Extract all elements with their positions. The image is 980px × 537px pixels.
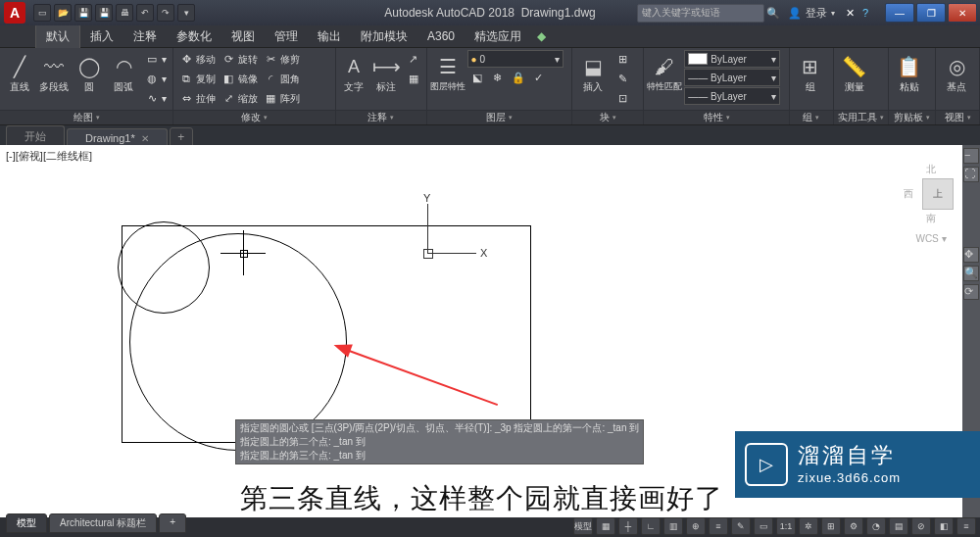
exchange-icon[interactable]: ✕ xyxy=(843,6,857,20)
tab-a360[interactable]: A360 xyxy=(417,26,465,46)
attr-block-button[interactable]: ⊡ xyxy=(612,89,632,108)
status-annoscale-icon[interactable]: ✲ xyxy=(799,517,818,535)
layout-add-tab[interactable]: + xyxy=(159,513,186,533)
minimize-button[interactable]: — xyxy=(885,3,914,23)
tab-default[interactable]: 默认 xyxy=(35,24,80,48)
line-button[interactable]: ╱直线 xyxy=(3,50,36,92)
login-button[interactable]: 👤 登录 ▾ xyxy=(788,6,835,21)
model-tab[interactable]: 模型 xyxy=(6,513,47,533)
status-scale[interactable]: 1:1 xyxy=(776,517,796,535)
layer-dropdown[interactable]: ● 0▾ xyxy=(467,50,564,68)
nav-orbit-icon[interactable]: ⟳ xyxy=(963,284,979,300)
close-button[interactable]: ✕ xyxy=(948,3,977,23)
spline-button[interactable]: ∿▾ xyxy=(142,89,170,108)
layout-tab-arch[interactable]: Architectural 标题栏 xyxy=(49,513,157,533)
redo-icon[interactable]: ↷ xyxy=(157,4,174,22)
dimension-button[interactable]: ⟼标注 xyxy=(371,50,402,92)
tab-manage[interactable]: 管理 xyxy=(265,25,308,48)
paste-button[interactable]: 📋粘贴 xyxy=(892,50,927,92)
panel-title-props[interactable]: 特性 xyxy=(644,110,789,124)
match-props-button[interactable]: 🖌特性匹配 xyxy=(647,50,682,92)
table-button[interactable]: ▦ xyxy=(404,70,423,88)
qat-more-icon[interactable]: ▾ xyxy=(177,4,195,22)
status-custom-icon[interactable]: ≡ xyxy=(956,517,976,535)
nav-pan-icon[interactable]: ✥ xyxy=(963,247,979,263)
group-button[interactable]: ⊞组 xyxy=(793,50,828,92)
insert-block-button[interactable]: ⬓插入 xyxy=(575,50,611,92)
new-tab-button[interactable]: + xyxy=(170,127,193,147)
tab-extra-icon[interactable]: ◆ xyxy=(531,26,552,46)
wcs-dropdown[interactable]: WCS ▾ xyxy=(904,233,958,244)
panel-title-clip[interactable]: 剪贴板 xyxy=(889,110,936,124)
tab-parametric[interactable]: 参数化 xyxy=(167,25,221,48)
panel-title-draw[interactable]: 绘图 xyxy=(0,110,172,124)
status-hw-icon[interactable]: ⊘ xyxy=(911,517,931,535)
status-grid-icon[interactable]: ▦ xyxy=(596,517,615,535)
status-iso-icon[interactable]: ◔ xyxy=(866,517,886,535)
plot-icon[interactable]: 🖶 xyxy=(116,4,133,22)
layer-tool3[interactable]: 🔒 xyxy=(509,69,528,87)
status-snap-icon[interactable]: ┼ xyxy=(618,517,638,535)
color-dropdown[interactable]: ByLayer▾ xyxy=(684,50,780,68)
maximize-button[interactable]: ❐ xyxy=(916,3,946,23)
rotate-button[interactable]: ⟳旋转 xyxy=(219,50,261,69)
stretch-button[interactable]: ⇔拉伸 xyxy=(176,89,219,108)
hatch-button[interactable]: ◍▾ xyxy=(142,70,170,88)
view-cube[interactable]: 北 西 上 南 WCS ▾ xyxy=(904,163,958,244)
search-icon[interactable]: 🔍 xyxy=(766,6,780,20)
status-lwt-icon[interactable]: ▭ xyxy=(754,517,773,535)
panel-title-modify[interactable]: 修改 xyxy=(173,110,335,124)
scale-button[interactable]: ⤢缩放 xyxy=(219,89,261,108)
panel-title-layers[interactable]: 图层 xyxy=(427,110,572,124)
layer-tool2[interactable]: ❄ xyxy=(488,69,508,87)
panel-title-group[interactable]: 组 xyxy=(790,110,833,124)
fillet-button[interactable]: ◜圆角 xyxy=(261,70,303,88)
status-osnap-icon[interactable]: ⊕ xyxy=(686,517,706,535)
circle-button[interactable]: ◯圆 xyxy=(73,50,106,92)
layer-tool1[interactable]: ⬕ xyxy=(467,69,487,87)
tab-insert[interactable]: 插入 xyxy=(80,25,123,48)
status-model[interactable]: 模型 xyxy=(573,517,593,535)
viewport-label[interactable]: [-][俯视][二维线框] xyxy=(6,149,92,164)
mirror-button[interactable]: ◧镜像 xyxy=(219,70,261,88)
copy-button[interactable]: ⧉复制 xyxy=(176,70,219,88)
tab-start[interactable]: 开始 xyxy=(6,125,65,147)
create-block-button[interactable]: ⊞ xyxy=(612,50,632,69)
help-icon[interactable]: ? xyxy=(858,6,872,20)
app-menu-button[interactable]: A xyxy=(4,2,25,24)
text-button[interactable]: A文字 xyxy=(339,50,369,92)
array-button[interactable]: ▦阵列 xyxy=(261,89,303,108)
navcube-top[interactable]: 上 xyxy=(922,178,954,210)
layer-props-button[interactable]: ☰图层特性 xyxy=(430,50,466,92)
arc-button[interactable]: ◠圆弧 xyxy=(108,50,141,92)
move-button[interactable]: ✥移动 xyxy=(176,50,219,69)
close-tab-icon[interactable]: ✕ xyxy=(141,133,149,144)
save-icon[interactable]: 💾 xyxy=(74,4,92,22)
status-gear-icon[interactable]: ⚙ xyxy=(844,517,863,535)
help-search-input[interactable]: 键入关键字或短语 xyxy=(637,4,764,23)
status-dyn-icon[interactable]: ✎ xyxy=(731,517,751,535)
leader-button[interactable]: ↗ xyxy=(404,50,423,69)
panel-title-view[interactable]: 视图 xyxy=(936,110,979,124)
measure-button[interactable]: 📏测量 xyxy=(837,50,872,92)
tab-featured[interactable]: 精选应用 xyxy=(465,25,531,48)
tab-addins[interactable]: 附加模块 xyxy=(351,25,417,48)
tab-annotate[interactable]: 注释 xyxy=(123,25,167,48)
lineweight-dropdown[interactable]: —— ByLayer▾ xyxy=(684,69,780,86)
polyline-button[interactable]: 〰多段线 xyxy=(38,50,72,92)
status-otrack-icon[interactable]: ≡ xyxy=(709,517,728,535)
edit-block-button[interactable]: ✎ xyxy=(612,70,632,88)
nav-zoom-icon[interactable]: 🔍 xyxy=(963,266,979,281)
panel-title-block[interactable]: 块 xyxy=(572,110,643,124)
panel-title-util[interactable]: 实用工具 xyxy=(834,110,888,124)
layer-tool4[interactable]: ✓ xyxy=(529,69,549,87)
new-icon[interactable]: ▭ xyxy=(33,4,51,22)
undo-icon[interactable]: ↶ xyxy=(136,4,154,22)
nav-full-icon[interactable]: ⛶ xyxy=(963,167,979,182)
tab-view[interactable]: 视图 xyxy=(221,25,265,48)
status-polar-icon[interactable]: ▥ xyxy=(663,517,683,535)
nav-minus-icon[interactable]: − xyxy=(963,148,979,164)
open-icon[interactable]: 📂 xyxy=(54,4,72,22)
status-qp-icon[interactable]: ▤ xyxy=(889,517,908,535)
trim-button[interactable]: ✂修剪 xyxy=(261,50,303,69)
